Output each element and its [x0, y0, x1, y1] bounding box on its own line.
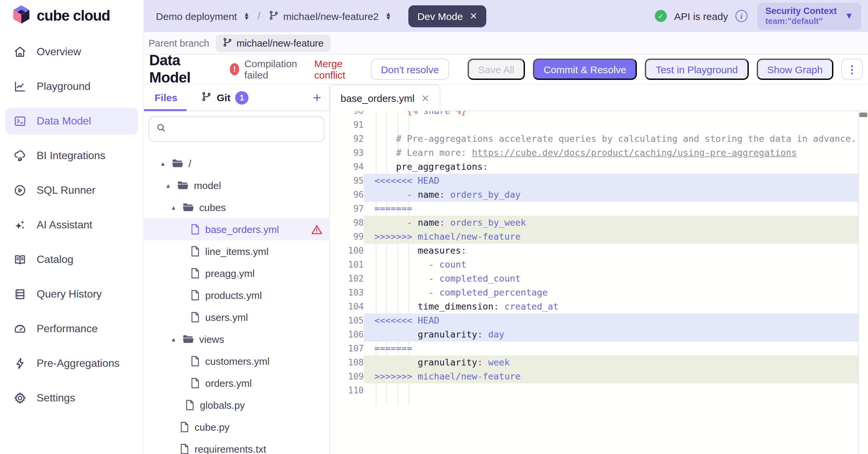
code-line-109[interactable]: 109>>>>>>> michael/new-feature — [330, 369, 868, 383]
code-line-104[interactable]: 104 time_dimension: created_at — [330, 299, 868, 314]
sidebar-item-playground[interactable]: Playground — [5, 73, 138, 100]
code-line-91[interactable]: 91 — [330, 118, 868, 132]
tree-file-base-orders-yml[interactable]: base_orders.yml — [144, 218, 329, 240]
tree-file-preagg-yml[interactable]: preagg.yml — [144, 262, 329, 284]
search-input[interactable] — [172, 123, 317, 135]
line-content: ======= — [364, 342, 858, 355]
file-icon — [190, 268, 200, 279]
sidebar-item-query-history[interactable]: Query History — [5, 281, 138, 307]
tree-folder-model[interactable]: ▲model — [144, 174, 329, 196]
sidebar-item-label: Performance — [37, 323, 98, 335]
sidebar-item-catalog[interactable]: Catalog — [5, 246, 138, 273]
add-file-button[interactable]: + — [313, 91, 321, 104]
branch-switcher[interactable]: michael/new-feature2 ▲▼ — [269, 10, 391, 22]
tree-file-line-items-yml[interactable]: line_items.yml — [144, 240, 329, 262]
expand-triangle-icon[interactable]: ▲ — [170, 336, 177, 343]
code-line-101[interactable]: 101 - count — [330, 258, 868, 271]
code-line-95[interactable]: 95<<<<<<< HEAD — [330, 174, 868, 188]
code-line-106[interactable]: 106 granularity: day — [330, 327, 868, 342]
scrollbar-thumb[interactable] — [859, 112, 867, 117]
code-line-96[interactable]: 96 - name: orders_by_day — [330, 188, 868, 202]
tree-folder-cubes[interactable]: ▲cubes — [144, 196, 329, 218]
commit-resolve-button[interactable]: Commit & Resolve — [533, 59, 637, 80]
line-content: measures: — [364, 244, 858, 258]
dont-resolve-button[interactable]: Don't resolve — [371, 59, 448, 80]
expand-triangle-icon[interactable]: ▲ — [170, 204, 177, 211]
code-line-98[interactable]: 98 - name: orders_by_week — [330, 216, 868, 230]
show-graph-button[interactable]: Show Graph — [756, 59, 833, 80]
line-content: {% share %} — [364, 111, 858, 118]
line-number: 90 — [330, 111, 364, 118]
bolt-icon — [13, 357, 27, 370]
code-line-94[interactable]: 94 pre_aggregations: — [330, 160, 868, 174]
code-line-105[interactable]: 105<<<<<<< HEAD — [330, 314, 868, 327]
tab-git[interactable]: Git 1 — [201, 91, 248, 104]
sidebar-item-performance[interactable]: Performance — [5, 316, 138, 342]
sidebar-item-label: BI Integrations — [37, 150, 105, 162]
line-content: - name: orders_by_week — [364, 216, 858, 230]
editor-tab-base-orders[interactable]: base_orders.yml ✕ — [330, 85, 440, 111]
code-line-103[interactable]: 103 - completed_percentage — [330, 286, 868, 299]
parent-branch-name: michael/new-feature — [237, 38, 323, 48]
editor-scrollbar[interactable] — [858, 111, 868, 454]
code-line-99[interactable]: 99>>>>>>> michael/new-feature — [330, 230, 868, 244]
parent-branch-pill[interactable]: michael/new-feature — [216, 34, 330, 52]
line-content: - count — [364, 258, 858, 271]
sidebar-item-ai-assistant[interactable]: AI Assistant — [5, 212, 138, 238]
sidebar-item-sql-runner[interactable]: SQL Runner — [5, 177, 138, 204]
code-line-100[interactable]: 100 measures: — [330, 244, 868, 258]
more-options-button[interactable]: ⋮ — [841, 59, 863, 80]
expand-triangle-icon[interactable]: ▲ — [160, 160, 166, 167]
tab-files[interactable]: Files — [149, 85, 183, 110]
deployment-name: Demo deployment — [156, 10, 237, 22]
sidebar-item-pre-aggregations[interactable]: Pre-Aggregations — [5, 350, 138, 377]
tree-file-users-yml[interactable]: users.yml — [144, 306, 329, 328]
line-number: 95 — [330, 174, 364, 188]
close-icon[interactable]: ✕ — [421, 92, 429, 104]
code-line-107[interactable]: 107======= — [330, 342, 868, 355]
parent-branch-bar: Parent branch michael/new-feature — [144, 32, 868, 55]
deployment-switcher[interactable]: Demo deployment ▲▼ — [156, 10, 249, 22]
code-line-108[interactable]: 108 granularity: week — [330, 355, 868, 369]
branch-name: michael/new-feature2 — [283, 10, 379, 22]
code-line-97[interactable]: 97======= — [330, 202, 868, 216]
file-icon — [190, 224, 200, 235]
sidebar-item-bi-integrations[interactable]: BI Integrations — [5, 142, 138, 169]
save-all-button[interactable]: Save All — [468, 59, 525, 80]
sidebar-item-settings[interactable]: Settings — [5, 385, 138, 412]
security-context-title: Security Context — [766, 5, 837, 16]
close-icon[interactable]: ✕ — [470, 11, 477, 21]
tree-file-orders-yml[interactable]: orders.yml — [144, 372, 329, 394]
tree-item-label: requirements.txt — [194, 443, 266, 454]
tree-file-customers-yml[interactable]: customers.yml — [144, 350, 329, 372]
tree-folder-views[interactable]: ▲views — [144, 328, 329, 350]
sidebar-item-label: Data Model — [37, 115, 91, 127]
code-line-92[interactable]: 92 # Pre-aggregations accelerate queries… — [330, 132, 868, 146]
line-content: granularity: week — [364, 355, 858, 369]
dev-mode-badge[interactable]: Dev Mode ✕ — [409, 5, 486, 27]
security-context-dropdown[interactable]: Security Context team:"default" ▼ — [757, 2, 861, 30]
expand-triangle-icon[interactable]: ▲ — [165, 182, 172, 189]
tree-file-requirements-txt[interactable]: requirements.txt — [144, 438, 329, 454]
info-icon[interactable]: i — [736, 10, 747, 22]
tree-file-products-yml[interactable]: products.yml — [144, 284, 329, 306]
tree-folder-[interactable]: ▲/ — [144, 153, 329, 174]
terminal-icon — [13, 115, 27, 128]
line-number: 98 — [330, 216, 364, 230]
code-line-93[interactable]: 93 # Learn more: https://cube.dev/docs/p… — [330, 146, 868, 160]
tree-file-globals-py[interactable]: globals.py — [144, 394, 329, 416]
tree-file-cube-py[interactable]: cube.py — [144, 416, 329, 438]
code-area[interactable]: 90 {% share %}9192 # Pre-aggregations ac… — [330, 111, 868, 454]
page-toolbar: Data Model ! Compilation failed Merge co… — [144, 55, 868, 84]
code-line-102[interactable]: 102 - completed_count — [330, 271, 868, 286]
api-status: API is ready — [674, 10, 728, 22]
sparkles-icon — [13, 218, 27, 232]
test-in-playground-button[interactable]: Test in Playground — [645, 59, 748, 80]
code-line-110[interactable]: 110 — [330, 383, 868, 397]
sidebar-item-data-model[interactable]: Data Model — [5, 108, 138, 134]
file-search[interactable] — [149, 117, 324, 142]
code-line-90[interactable]: 90 {% share %} — [330, 111, 868, 118]
logo[interactable]: cube cloud — [0, 0, 144, 32]
line-number: 109 — [330, 369, 364, 383]
sidebar-item-overview[interactable]: Overview — [5, 39, 138, 65]
